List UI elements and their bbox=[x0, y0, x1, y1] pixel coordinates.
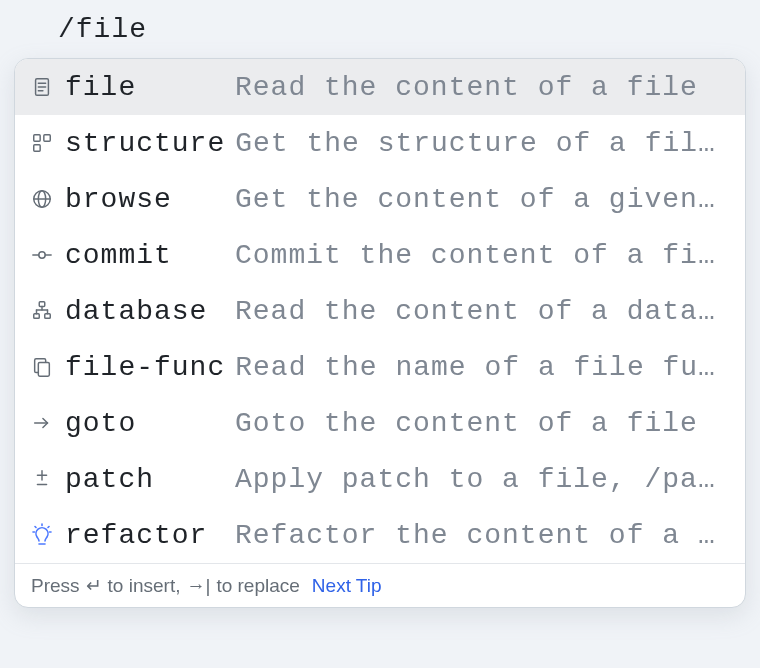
command-item-desc: Read the content of a database table bbox=[235, 296, 731, 327]
dropdown-footer: Press ↵ to insert, →| to replace Next Ti… bbox=[15, 563, 745, 607]
arrow-right-icon bbox=[29, 410, 55, 436]
command-item-name: browse bbox=[65, 184, 225, 215]
command-item-name: structure bbox=[65, 128, 225, 159]
svg-line-31 bbox=[48, 527, 49, 528]
svg-rect-4 bbox=[34, 135, 40, 141]
command-item-name: file-func bbox=[65, 352, 225, 383]
command-item-desc: Read the content of a file bbox=[235, 72, 731, 103]
command-item-desc: Goto the content of a file bbox=[235, 408, 731, 439]
command-item-name: database bbox=[65, 296, 225, 327]
command-item-name: commit bbox=[65, 240, 225, 271]
footer-press: Press bbox=[31, 575, 80, 597]
svg-rect-6 bbox=[34, 145, 40, 151]
globe-icon bbox=[29, 186, 55, 212]
command-input-value: /file bbox=[58, 14, 147, 45]
command-item-name: file bbox=[65, 72, 225, 103]
command-item-desc: Commit the content of a file to version … bbox=[235, 240, 731, 271]
file-func-icon bbox=[29, 354, 55, 380]
command-item-name: goto bbox=[65, 408, 225, 439]
patch-icon bbox=[29, 466, 55, 492]
command-item-goto[interactable]: gotoGoto the content of a file bbox=[15, 395, 745, 451]
next-tip-link[interactable]: Next Tip bbox=[312, 575, 382, 597]
svg-line-30 bbox=[35, 527, 36, 528]
command-item-desc: Read the name of a file function bbox=[235, 352, 731, 383]
svg-rect-5 bbox=[44, 135, 50, 141]
command-item-patch[interactable]: patchApply patch to a file, /patch appli… bbox=[15, 451, 745, 507]
command-item-structure[interactable]: structureGet the structure of a file or … bbox=[15, 115, 745, 171]
command-item-desc: Get the structure of a file or folder bbox=[235, 128, 731, 159]
command-item-file[interactable]: fileRead the content of a file bbox=[15, 59, 745, 115]
commit-icon bbox=[29, 242, 55, 268]
command-item-desc: Refactor the content of a file bbox=[235, 520, 731, 551]
svg-rect-21 bbox=[38, 362, 49, 376]
command-item-desc: Get the content of a given URL bbox=[235, 184, 731, 215]
tab-key-icon: →| bbox=[186, 575, 210, 597]
command-item-browse[interactable]: browseGet the content of a given URL bbox=[15, 171, 745, 227]
structure-icon bbox=[29, 130, 55, 156]
document-icon bbox=[29, 74, 55, 100]
enter-key-icon: ↵ bbox=[86, 574, 102, 597]
footer-insert: to insert, bbox=[108, 575, 181, 597]
command-input[interactable]: /file bbox=[50, 0, 760, 58]
svg-point-10 bbox=[39, 252, 45, 258]
command-dropdown: fileRead the content of a filestructureG… bbox=[14, 58, 746, 608]
command-item-refactor[interactable]: refactorRefactor the content of a file bbox=[15, 507, 745, 563]
command-item-file-func[interactable]: file-funcRead the name of a file functio… bbox=[15, 339, 745, 395]
database-icon bbox=[29, 298, 55, 324]
command-item-name: patch bbox=[65, 464, 225, 495]
lightbulb-icon bbox=[29, 522, 55, 548]
command-item-database[interactable]: databaseRead the content of a database t… bbox=[15, 283, 745, 339]
command-item-name: refactor bbox=[65, 520, 225, 551]
footer-replace: to replace bbox=[216, 575, 299, 597]
command-item-commit[interactable]: commitCommit the content of a file to ve… bbox=[15, 227, 745, 283]
command-item-desc: Apply patch to a file, /patch applies ch… bbox=[235, 464, 731, 495]
